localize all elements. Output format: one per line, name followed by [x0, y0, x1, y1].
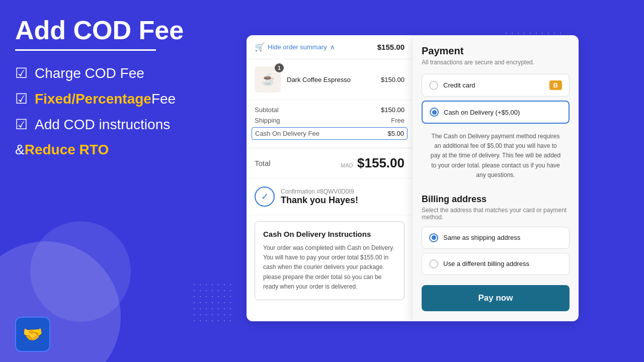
credit-card-radio[interactable]: [429, 81, 438, 90]
total-amount: $155.00: [357, 155, 405, 170]
billing-same-option[interactable]: Same as shipping address: [422, 227, 570, 249]
app-icon: 🤝: [15, 317, 50, 352]
cod-instructions-title: Cash On Delivery Instructions: [263, 230, 396, 238]
billing-different-radio[interactable]: [429, 259, 438, 268]
bg-blob-2: [30, 221, 131, 322]
cod-instructions-text: Your order was completed with Cash on De…: [263, 243, 396, 292]
feature-label-1: Charge COD Fee: [35, 65, 144, 81]
confirmation-section: ✓ Confirmation #8QWV0D0I9 Thank you Haye…: [247, 178, 413, 215]
pay-now-button[interactable]: Pay now: [422, 285, 570, 311]
cod-fee-row: Cash On Delivery Fee $5.00: [252, 127, 408, 140]
cod-option[interactable]: Cash on Delivery (+$5,00): [422, 101, 570, 124]
total-amount-group: MAD $155.00: [341, 155, 405, 171]
confirmation-text-group: Confirmation #8QWV0D0I9 Thank you Hayes!: [281, 188, 358, 206]
billing-different-label: Use a different billing address: [443, 260, 529, 267]
subtotal-value: $150.00: [381, 106, 405, 114]
billing-different-option[interactable]: Use a different billing address: [422, 253, 570, 275]
billing-same-radio[interactable]: [429, 233, 438, 242]
quantity-badge: 1: [275, 63, 284, 72]
bg-dots-2: [191, 282, 231, 322]
cod-radio[interactable]: [430, 108, 439, 117]
order-header: 🛒 Hide order summary ∧ $155.00: [247, 35, 413, 59]
cart-icon: 🛒: [255, 42, 265, 52]
feature-item-4: & Reduce RTO: [15, 142, 231, 158]
confirmation-message: Thank you Hayes!: [281, 195, 358, 206]
feature-highlight-4: Reduce RTO: [25, 142, 109, 158]
check-circle-icon: ✓: [255, 187, 275, 207]
left-panel: Add COD Fee ☑ Charge COD Fee ☑ Fixed/Per…: [15, 15, 231, 167]
cod-instructions-box: Cash On Delivery Instructions Your order…: [255, 221, 405, 300]
cod-radio-inner: [432, 110, 437, 115]
billing-same-label: Same as shipping address: [443, 234, 520, 241]
cod-fee-value: $5.00: [387, 130, 404, 137]
product-img-wrap: ☕ 1: [255, 66, 281, 93]
check-icon-1: ☑: [15, 65, 28, 81]
feature-item-3: ☑ Add COD instructions: [15, 116, 231, 133]
hide-summary-label: Hide order summary: [268, 43, 327, 51]
billing-subtitle: Select the address that matches your car…: [422, 207, 570, 221]
order-total-header: $155.00: [377, 43, 405, 51]
product-price: $150.00: [381, 76, 405, 83]
credit-card-label: Credit card: [443, 81, 544, 89]
order-totals: Subtotal $150.00 Shipping Free Cash On D…: [247, 100, 413, 148]
check-icon-3: ☑: [15, 116, 28, 133]
main-title: Add COD Fee: [15, 15, 231, 45]
total-label: Total: [255, 159, 271, 167]
order-card: 🛒 Hide order summary ∧ $155.00 ☕ 1 Dark …: [247, 35, 413, 321]
payment-subtitle: All transactions are secure and encrypte…: [422, 59, 570, 66]
billing-title: Billing address: [422, 194, 570, 205]
cards-container: 🛒 Hide order summary ∧ $155.00 ☕ 1 Dark …: [247, 35, 644, 321]
payment-card: Payment All transactions are secure and …: [413, 35, 579, 321]
product-name: Dark Coffee Espresso: [287, 76, 375, 83]
cod-description: The Cash on Delivery payment method requ…: [422, 128, 570, 186]
subtotal-label: Subtotal: [255, 106, 279, 114]
order-total-row: Total MAD $155.00: [247, 148, 413, 178]
title-underline: [15, 49, 156, 51]
feature-amp-4: &: [15, 142, 25, 158]
order-item: ☕ 1 Dark Coffee Espresso $150.00: [247, 59, 413, 100]
feature-after-2: Fee: [151, 91, 176, 107]
shipping-row: Shipping Free: [255, 117, 405, 124]
feature-item-2: ☑ Fixed/Percentage Fee: [15, 90, 231, 107]
chevron-icon: ∧: [330, 43, 335, 51]
cod-fee-label: Cash On Delivery Fee: [255, 130, 319, 137]
feature-item-1: ☑ Charge COD Fee: [15, 65, 231, 81]
feature-highlight-2: Fixed/Percentage: [35, 91, 151, 107]
subtotal-row: Subtotal $150.00: [255, 106, 405, 114]
confirmation-number: Confirmation #8QWV0D0I9: [281, 188, 358, 195]
feature-label-3: Add COD instructions: [35, 117, 170, 133]
check-icon-2: ☑: [15, 90, 28, 107]
billing-same-radio-inner: [432, 235, 436, 240]
credit-card-option[interactable]: Credit card B: [422, 74, 570, 97]
cod-label: Cash on Delivery (+$5,00): [444, 109, 561, 116]
shipping-label: Shipping: [255, 117, 280, 124]
total-currency: MAD: [341, 162, 353, 168]
shipping-value: Free: [391, 117, 405, 124]
product-emoji: ☕: [261, 73, 275, 86]
order-summary-link[interactable]: 🛒 Hide order summary ∧: [255, 42, 335, 52]
feature-list: ☑ Charge COD Fee ☑ Fixed/Percentage Fee …: [15, 65, 231, 158]
payment-title: Payment: [422, 45, 570, 57]
b-badge: B: [549, 80, 562, 90]
